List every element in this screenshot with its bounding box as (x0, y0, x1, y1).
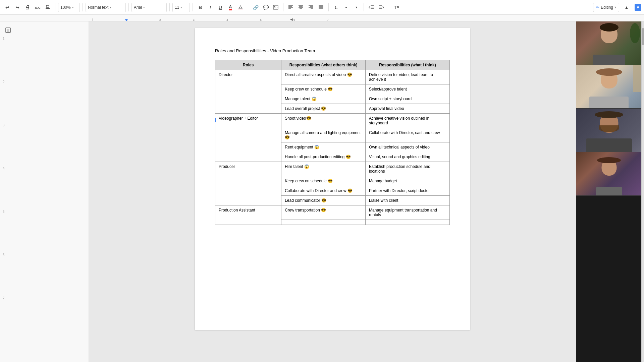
ruler-mark: | (92, 18, 93, 21)
table-header-row: Roles Responsibilities (what others thin… (215, 60, 450, 70)
line-num-7: 7 (3, 296, 5, 300)
ruler: | 1 2 3 4 5 6 7 ▼ ◀ (0, 15, 644, 21)
col-mine: Responsibilities (what I think) (366, 60, 450, 70)
undo-button[interactable]: ↩ (3, 3, 12, 12)
producer-mine-1: Establish production schedule and locati… (366, 162, 450, 176)
style-arrow: ▾ (110, 6, 111, 9)
tab-stop-2: ◀ (290, 17, 293, 21)
italic-button[interactable]: I (206, 3, 215, 12)
image-button[interactable] (271, 3, 280, 12)
align-right-button[interactable] (306, 3, 316, 12)
indent-decrease-button[interactable] (367, 3, 376, 12)
scrollbar[interactable] (641, 21, 644, 362)
main-layout: 1 2 3 4 5 6 7 Roles and Responsibilities… (0, 21, 644, 362)
editing-arrow: ▾ (614, 5, 616, 9)
sep1 (55, 3, 55, 11)
pa-mine-2 (366, 220, 450, 225)
align-justify-button[interactable] (316, 3, 326, 12)
director-mine-4: Approval final video (366, 104, 450, 114)
zoom-select[interactable]: 100% ▾ (58, 3, 80, 12)
style-value: Normal text (88, 5, 108, 10)
zoom-value: 100% (60, 5, 71, 10)
line-num-2: 2 (3, 80, 5, 84)
zoom-arrow: ▾ (72, 6, 74, 9)
pa-others-2 (281, 220, 366, 225)
table-row: Producer Hire talent 😱 Establish product… (215, 162, 450, 176)
doc-page: Roles and Responsibilities - Video Produ… (195, 28, 470, 330)
outline-icon[interactable] (3, 25, 13, 36)
spell-button[interactable]: abc (33, 3, 42, 12)
video-mine-2: Collaborate with Director, cast and crew (366, 128, 450, 142)
video-panel (576, 21, 641, 362)
underline-button[interactable]: U (216, 3, 225, 12)
role-videographer: Videographer + Editor (215, 114, 281, 162)
font-arrow: ▾ (143, 6, 145, 9)
table-row: Production Assistant Crew transportation… (215, 205, 450, 220)
pa-others-1: Crew transportation 😎 (281, 205, 366, 220)
video-others-4: Handle all post-production editing 😎 (281, 152, 366, 162)
bullet-list-button[interactable]: • (341, 3, 351, 12)
doc-area[interactable]: Roles and Responsibilities - Video Produ… (89, 21, 576, 362)
redo-button[interactable]: ↪ (13, 3, 22, 12)
role-director: Director (215, 70, 281, 114)
producer-others-1: Hire talent 😱 (281, 162, 366, 176)
col-roles: Roles (215, 60, 281, 70)
video-thumb-4 (576, 152, 642, 196)
insert-group: 🔗 💬 (251, 3, 280, 12)
cursor (215, 118, 216, 122)
bold-button[interactable]: B (196, 3, 205, 12)
line-numbers: 1 2 3 4 5 6 7 (3, 37, 5, 300)
undo-redo-group: ↩ ↪ 🖨 abc (3, 3, 52, 12)
svg-rect-2 (273, 5, 278, 9)
video-others-1: Shoot video😎 (281, 114, 366, 128)
director-mine-2: Select/approve talent (366, 84, 450, 94)
sidebar: 1 2 3 4 5 6 7 (0, 21, 89, 362)
role-pa: Production Assistant (215, 205, 281, 225)
editing-button[interactable]: ✏ Editing ▾ (593, 3, 619, 12)
numbered-list-button[interactable]: 1. (331, 3, 341, 12)
link-button[interactable]: 🔗 (251, 3, 260, 12)
video-thumb-2 (576, 65, 642, 109)
roles-table: Roles Responsibilities (what others thin… (215, 60, 450, 225)
ruler-mark: 3 (193, 18, 195, 21)
font-value: Arial (134, 5, 142, 10)
align-left-button[interactable] (286, 3, 296, 12)
scrollbar-thumb[interactable] (642, 28, 644, 45)
ruler-mark: 5 (260, 18, 262, 21)
comment-button[interactable]: 💬 (261, 3, 270, 12)
ruler-mark: 4 (226, 18, 228, 21)
producer-others-3: Collaborate with Director and crew 😎 (281, 186, 366, 196)
print-button[interactable]: 🖨 (23, 3, 32, 12)
align-center-button[interactable] (296, 3, 306, 12)
size-arrow: ▾ (180, 6, 182, 9)
style-select[interactable]: Normal text ▾ (86, 3, 126, 12)
svg-rect-0 (46, 8, 50, 9)
toolbar: ↩ ↪ 🖨 abc 100% ▾ Normal text ▾ Arial ▾ 1… (0, 0, 644, 15)
paint-button[interactable] (43, 3, 52, 12)
ruler-mark: 2 (159, 18, 161, 21)
size-select[interactable]: 11 ▾ (172, 3, 190, 12)
font-select[interactable]: Arial ▾ (131, 3, 167, 12)
highlight-button[interactable] (236, 3, 245, 12)
clear-formatting-button[interactable]: T (392, 3, 401, 12)
svg-text:T: T (394, 5, 397, 10)
producer-mine-2: Manage budget (366, 176, 450, 186)
list-group: 1. • ▾ (331, 3, 361, 12)
sep5 (193, 3, 193, 11)
sep10 (389, 3, 389, 11)
list-options-button[interactable]: ▾ (352, 3, 361, 12)
sep7 (283, 3, 283, 11)
format-group: B I U A (196, 3, 245, 12)
text-color-button[interactable]: A (226, 3, 235, 12)
svg-rect-1 (238, 9, 243, 9)
producer-others-2: Keep crew on schedule 😎 (281, 176, 366, 186)
sep6 (248, 3, 248, 11)
indent-group (367, 3, 386, 12)
director-mine-1: Define vision for video; lead team to ac… (366, 70, 450, 84)
expand-button[interactable]: ▲ (622, 3, 631, 12)
director-mine-3: Own script + storyboard (366, 94, 450, 104)
col-others: Responsibilities (what others think) (281, 60, 366, 70)
video-others-3: Rent equipment 😱 (281, 142, 366, 152)
align-group (286, 3, 326, 12)
indent-increase-button[interactable] (377, 3, 386, 12)
